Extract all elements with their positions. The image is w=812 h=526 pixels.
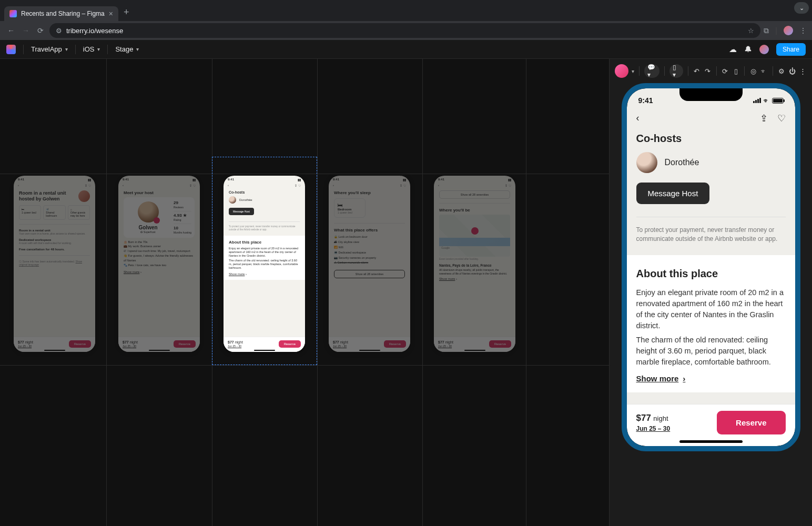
reserve-button[interactable]: Reserve bbox=[174, 340, 196, 348]
reserve-button[interactable]: Reserve bbox=[384, 340, 406, 348]
grid-line bbox=[422, 59, 423, 526]
forward-icon[interactable]: → bbox=[20, 26, 32, 35]
app-topbar: TravelApp ▾ iOS ▾ Stage ▾ ☁ 🔔︎ Share bbox=[0, 40, 812, 59]
notifications-icon[interactable]: 🔔︎ bbox=[744, 45, 752, 54]
settings-icon[interactable]: ⚙ bbox=[778, 67, 785, 75]
app-logo-icon[interactable] bbox=[6, 45, 16, 54]
show-all-amenities-button[interactable]: Show all 28 amenities bbox=[439, 190, 510, 199]
price-amount: $77 bbox=[636, 413, 651, 423]
home-indicator bbox=[359, 350, 380, 351]
reload-icon[interactable]: ⟳ bbox=[35, 26, 46, 35]
status-time: 9:41 bbox=[123, 178, 129, 181]
project-name: TravelApp bbox=[31, 45, 62, 53]
chevron-down-icon: ▾ bbox=[136, 46, 139, 52]
about-paragraph: The charm of the old renovated: ceiling … bbox=[636, 335, 786, 368]
redo-icon[interactable]: ↷ bbox=[704, 67, 711, 75]
device-screen: 9:41 ᯤ ‹ ⇪ ♡ Co-hosts bbox=[627, 88, 795, 446]
extensions-icon[interactable]: ⧉ bbox=[764, 26, 769, 35]
project-dropdown[interactable]: TravelApp ▾ bbox=[31, 45, 68, 53]
artboard-thumb-selected[interactable]: 9:41▮▮ ‹⇪ ♡ Co-hosts Dorothée Message Ho… bbox=[224, 176, 305, 352]
close-tab-icon[interactable]: × bbox=[109, 9, 113, 18]
divider bbox=[107, 45, 108, 54]
browser-menu-icon[interactable]: ⋮ bbox=[799, 26, 807, 35]
artboard-title: Meet your host bbox=[124, 190, 154, 195]
share-button[interactable]: Share bbox=[776, 43, 806, 56]
back-icon[interactable]: ← bbox=[5, 26, 17, 35]
message-host-button[interactable]: Message Host bbox=[229, 208, 254, 215]
home-indicator bbox=[44, 350, 65, 351]
address-bar[interactable]: ⚙ triberry.io/wesense ☆ bbox=[49, 23, 760, 38]
booking-dates[interactable]: Jun 25 – 30 bbox=[636, 425, 671, 432]
bookmark-icon[interactable]: ☆ bbox=[748, 27, 754, 35]
divider bbox=[636, 217, 786, 217]
comment-tool-icon[interactable]: 💬 ▾ bbox=[644, 64, 660, 78]
figma-favicon-icon bbox=[9, 10, 17, 17]
map-thumb: Google bbox=[439, 215, 510, 257]
divider bbox=[23, 45, 24, 54]
booking-footer: $77 night Jun 25 – 30 Reserve bbox=[627, 404, 795, 446]
payment-disclaimer: To protect your payment, never transfer … bbox=[636, 226, 786, 244]
cohost-avatar-icon bbox=[636, 152, 657, 173]
battery-icon bbox=[772, 98, 784, 104]
status-time: 9:41 bbox=[438, 178, 444, 181]
screen-navbar: ‹ ⇪ ♡ bbox=[627, 110, 795, 129]
more-icon[interactable]: ⋮ bbox=[799, 67, 807, 75]
grid-line bbox=[106, 59, 107, 526]
section-title: Co-hosts bbox=[636, 133, 786, 145]
undo-icon[interactable]: ↶ bbox=[693, 67, 701, 75]
host-avatar-icon bbox=[78, 190, 90, 202]
artboard-title: Room in a rental unit hosted by Golwen bbox=[19, 190, 72, 202]
reserve-button[interactable]: Reserve bbox=[279, 340, 301, 348]
device-select-icon[interactable]: ▯ ▾ bbox=[669, 64, 683, 78]
artboard-thumb[interactable]: 9:41▮▮ ‹⇪ ♡ Room in a rental unit hosted… bbox=[14, 176, 95, 352]
browser-tab-active[interactable]: Recents and Sharing – Figma × bbox=[4, 6, 118, 21]
wifi-icon: ᯤ bbox=[763, 97, 770, 105]
wifi-icon[interactable]: ᯤ bbox=[760, 67, 767, 75]
new-tab-button[interactable]: + bbox=[118, 4, 135, 21]
show-all-amenities-button[interactable]: Show all 28 amenities bbox=[334, 270, 405, 278]
back-icon[interactable]: ‹ bbox=[636, 113, 640, 124]
status-time: 9:41 bbox=[638, 96, 653, 105]
artboard-thumb[interactable]: 9:41▮▮ ‹⇪ ♡ Meet your host Golwen ✪ Supe… bbox=[118, 176, 200, 352]
window-menu-button[interactable]: ⌄ bbox=[794, 2, 809, 14]
device-preview-frame: 9:41 ᯤ ‹ ⇪ ♡ Co-hosts bbox=[622, 83, 800, 451]
cloud-sync-icon[interactable]: ☁ bbox=[729, 45, 737, 54]
reserve-button[interactable]: Reserve bbox=[717, 411, 785, 434]
chevron-down-icon: ▾ bbox=[65, 46, 68, 52]
reserve-button[interactable]: Reserve bbox=[489, 340, 511, 348]
share-icon[interactable]: ⇪ bbox=[760, 113, 768, 124]
artboard-thumb[interactable]: 9:41▮▮ ‹⇪ ♡ Where you'll sleep 🛏 Bedroom… bbox=[329, 176, 410, 352]
env-dropdown[interactable]: Stage ▾ bbox=[115, 45, 139, 53]
device-frame-icon[interactable]: ▯ bbox=[732, 67, 739, 75]
grid-line bbox=[526, 59, 526, 526]
browser-tabbar: Recents and Sharing – Figma × + bbox=[0, 0, 812, 21]
site-info-icon[interactable]: ⚙ bbox=[56, 27, 62, 35]
chevron-down-icon: ▾ bbox=[97, 46, 100, 52]
chevron-right-icon: › bbox=[683, 374, 685, 383]
device-notch bbox=[679, 88, 743, 101]
user-avatar-icon[interactable] bbox=[759, 45, 769, 54]
profile-avatar-icon[interactable] bbox=[784, 26, 793, 35]
power-icon[interactable]: ⏻ bbox=[788, 67, 796, 75]
message-host-button[interactable]: Message Host bbox=[636, 183, 710, 204]
home-indicator bbox=[464, 350, 485, 351]
home-indicator bbox=[679, 440, 743, 443]
price-unit: night bbox=[653, 414, 668, 422]
browser-toolbar: ← → ⟳ ⚙ triberry.io/wesense ☆ ⧉ | ⋮ bbox=[0, 21, 812, 40]
platform-dropdown[interactable]: iOS ▾ bbox=[83, 45, 100, 53]
status-time: 9:41 bbox=[333, 178, 339, 181]
inspector-toolbar: ▾ 💬 ▾ ▯ ▾ ↶ ↷ ⟳ ▯ ◎ ᯤ ⚙ ⏻ ⋮ bbox=[610, 63, 812, 83]
about-paragraph: Enjoy an elegant private room of 20 m2 i… bbox=[636, 287, 786, 331]
reserve-button[interactable]: Reserve bbox=[69, 340, 91, 348]
location-icon[interactable]: ◎ bbox=[749, 67, 757, 75]
grid-line bbox=[317, 59, 318, 526]
platform-name: iOS bbox=[83, 45, 95, 53]
preview-user-avatar[interactable] bbox=[615, 64, 628, 78]
env-name: Stage bbox=[115, 45, 133, 53]
artboard-thumb[interactable]: 9:41▮▮ ‹⇪ ♡ Show all 28 amenities Where … bbox=[434, 176, 515, 352]
signal-icon bbox=[753, 98, 761, 103]
chevron-down-icon[interactable]: ▾ bbox=[632, 68, 634, 74]
favorite-icon[interactable]: ♡ bbox=[777, 113, 786, 124]
rotate-icon[interactable]: ⟳ bbox=[721, 67, 728, 75]
show-more-button[interactable]: Show more › bbox=[636, 374, 786, 383]
